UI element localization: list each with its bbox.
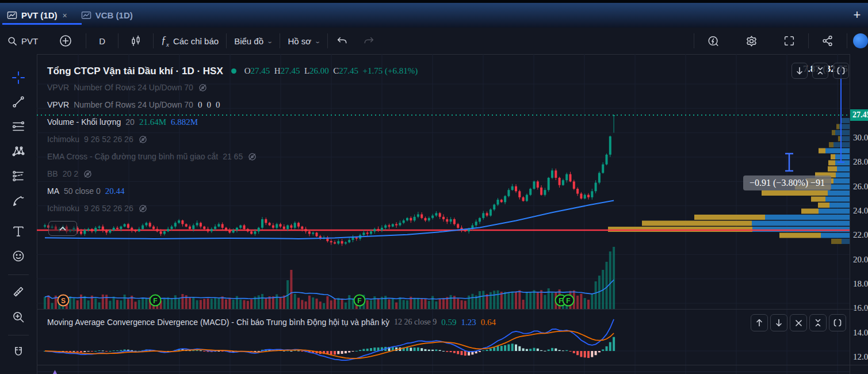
current-price-tag: 27.45 [850,109,868,121]
svg-text:F: F [357,297,361,305]
macd-pane-move-down-button[interactable] [770,314,787,331]
svg-text:S: S [61,297,66,305]
maximize-icon [833,319,842,327]
macd-pane-close-button[interactable] [790,314,807,331]
pane-separator-bottom[interactable] [37,365,868,365]
ohlc-values: O27.45 H27.45 L26.00 C27.45 +1.75 (+6.81… [244,66,418,76]
price-tick: 18.00 [853,279,868,289]
pane-move-down-button[interactable] [791,63,808,79]
indicator-row-bb[interactable]: BB 20 2 [47,165,418,182]
indicator-row-ichimoku-1[interactable]: Ichimoku 9 26 52 26 26 [47,131,418,148]
pane-maximize-button[interactable] [833,63,849,79]
arrow-down-icon [796,67,804,75]
hidden-eye-icon[interactable] [138,135,148,144]
price-tick: 14.00 [853,328,868,338]
symbol-title: Tổng CTCP Vận tải Dầu khí · 1D · HSX [47,66,223,77]
hidden-eye-icon[interactable] [247,152,257,162]
price-tick: 22.00 [853,230,868,241]
chevron-up-icon [59,227,66,231]
macd-legend-row[interactable]: Moving Average Convergence Divergence (M… [47,315,496,329]
chart-legend: Tổng CTCP Vận tải Dầu khí · 1D · HSX O27… [47,63,418,217]
hidden-eye-icon[interactable] [83,169,93,179]
indicator-row-vpvr-2[interactable]: VPVR Number Of Rows 24 Up/Down 70 0 0 0 [47,96,418,113]
indicator-row-ema-cross[interactable]: EMA Cross - Cặp đường trung bình mũ giao… [47,148,418,165]
svg-text:F: F [566,297,570,305]
pane-collapse-button[interactable] [812,63,828,79]
macd-hist-value: 0.59 [441,318,456,327]
market-status-dot [231,68,236,74]
legend-collapse-button[interactable] [48,221,77,236]
macd-pane-maximize-button[interactable] [829,314,846,331]
pane-separator-macd[interactable] [37,309,868,310]
price-tick: 16.00 [853,303,868,314]
collapse-icon [816,67,824,75]
macd-line-value: 1.23 [461,318,476,327]
indicator-row-ichimoku-2[interactable]: Ichimoku 9 26 52 26 26 [47,200,418,217]
indicator-row-ma[interactable]: MA 50 close 0 20.44 [47,182,418,200]
arrow-up-icon [755,319,763,327]
collapse-icon [814,319,822,327]
price-tick: 12.00 [853,352,868,362]
hidden-eye-icon[interactable] [138,204,148,213]
price-change: +1.75 (+6.81%) [363,66,418,75]
close-icon [795,319,802,327]
hidden-eye-icon[interactable] [198,83,208,93]
macd-pane-collapse-button[interactable] [809,314,827,331]
price-tick: 20.00 [853,255,868,265]
measure-tooltip: −0.91 (−3.80%) −91 [743,175,831,190]
indicator-row-vpvr-1[interactable]: VPVR Number Of Rows 24 Up/Down 70 [47,79,418,96]
price-tick: 28.00 [853,157,868,167]
indicator-row-volume[interactable]: Volume - Khối lượng 20 21.64M 6.882M [47,113,418,131]
legend-title-row[interactable]: Tổng CTCP Vận tải Dầu khí · 1D · HSX O27… [47,63,418,79]
macd-signal-value: 0.64 [481,318,496,327]
price-tick: 24.00 [853,206,868,216]
arrow-down-icon [775,319,783,327]
price-axis[interactable]: 30.00 28.00 26.00 24.00 22.00 20.00 18.0… [850,54,868,374]
maximize-icon [837,67,845,75]
trading-app: SFFFF PVT (1D) × VCB (1D) + PVT [0,0,868,374]
macd-pane-move-up-button[interactable] [751,314,768,331]
price-tick: 26.00 [853,182,868,192]
svg-text:F: F [153,297,157,305]
price-tick: 30.00 [853,133,868,143]
